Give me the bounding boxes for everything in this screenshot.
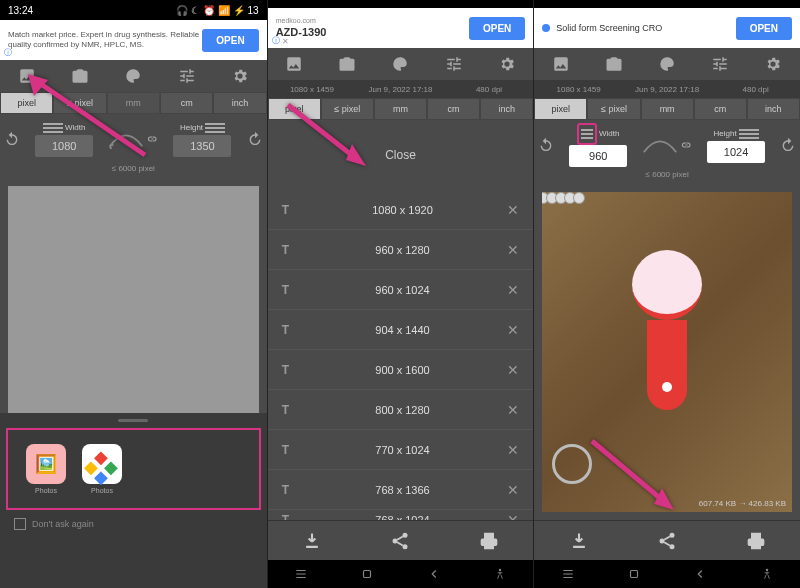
delete-icon[interactable]: ✕	[507, 362, 519, 378]
app-photos-1[interactable]: 🖼️ Photos	[26, 444, 66, 494]
unit-cm[interactable]: cm	[694, 98, 747, 120]
preset-item[interactable]: T960 x 1024✕	[268, 270, 534, 310]
gear-icon[interactable]	[231, 67, 249, 85]
back-icon[interactable]	[693, 567, 707, 581]
print-icon[interactable]	[479, 531, 499, 551]
image-preview[interactable]: 607.74 KB → 426.83 KB	[542, 192, 792, 512]
subject-microphone	[632, 250, 702, 410]
annotation-arrow	[582, 436, 682, 512]
accessibility-icon[interactable]	[760, 567, 774, 581]
delete-icon[interactable]: ✕	[507, 482, 519, 498]
ad-info-icon[interactable]: ⓘ	[4, 47, 12, 58]
ad-open-button[interactable]: OPEN	[469, 17, 525, 40]
home-icon[interactable]	[627, 567, 641, 581]
unit-cm[interactable]: cm	[427, 98, 480, 120]
accessibility-icon[interactable]	[493, 567, 507, 581]
recent-icon[interactable]	[561, 567, 575, 581]
delete-icon[interactable]: ✕	[507, 402, 519, 418]
top-toolbar	[268, 48, 534, 80]
android-nav	[534, 560, 800, 588]
preset-item[interactable]: T800 x 1280✕	[268, 390, 534, 430]
preset-item[interactable]: T904 x 1440✕	[268, 310, 534, 350]
unit-inch[interactable]: inch	[480, 98, 533, 120]
ad-banner[interactable]: Solid form Screening CRO OPEN	[534, 8, 800, 48]
delete-icon[interactable]: ✕	[507, 242, 519, 258]
download-icon[interactable]	[302, 531, 322, 551]
gallery-icon[interactable]	[285, 55, 303, 73]
annotation-arrow	[20, 70, 150, 164]
preset-item[interactable]: T900 x 1600✕	[268, 350, 534, 390]
delete-icon[interactable]: ✕	[507, 512, 519, 521]
unit-mm[interactable]: mm	[641, 98, 694, 120]
recent-icon[interactable]	[294, 567, 308, 581]
palette-icon[interactable]	[391, 55, 409, 73]
unit-inch[interactable]: inch	[747, 98, 800, 120]
undo-icon[interactable]	[4, 131, 20, 147]
sliders-icon[interactable]	[178, 67, 196, 85]
gallery-icon[interactable]	[552, 55, 570, 73]
menu-icon[interactable]	[577, 123, 597, 145]
gear-icon[interactable]	[498, 55, 516, 73]
camera-icon[interactable]	[338, 55, 356, 73]
status-bar	[534, 0, 800, 8]
dont-ask-label: Don't ask again	[32, 519, 94, 529]
unit-lte-pixel[interactable]: ≤ pixel	[587, 98, 640, 120]
share-icon[interactable]	[390, 531, 410, 551]
download-icon[interactable]	[569, 531, 589, 551]
delete-icon[interactable]: ✕	[507, 322, 519, 338]
width-input[interactable]: 960	[569, 145, 627, 167]
redo-icon[interactable]	[247, 131, 263, 147]
menu-icon[interactable]	[739, 127, 759, 141]
info-dpi: 480 dpi	[445, 85, 534, 94]
max-label: ≤ 6000 pixel	[534, 170, 800, 184]
ad-open-button[interactable]: OPEN	[202, 29, 258, 52]
home-icon[interactable]	[360, 567, 374, 581]
unit-cm[interactable]: cm	[160, 92, 213, 114]
ad-banner[interactable]: medkoo.com AZD-1390 OPEN ⓘ ✕	[268, 8, 534, 48]
delete-icon[interactable]: ✕	[507, 202, 519, 218]
delete-icon[interactable]: ✕	[507, 282, 519, 298]
unit-pixel[interactable]: pixel	[534, 98, 587, 120]
camera-icon[interactable]	[605, 55, 623, 73]
swap-icon[interactable]	[642, 135, 678, 155]
app-photos-2[interactable]: ◆ ◆ ◆ ◆ Photos	[82, 444, 122, 494]
bottom-actions	[534, 520, 800, 560]
palette-icon[interactable]	[658, 55, 676, 73]
ad-open-button[interactable]: OPEN	[736, 17, 792, 40]
ad-banner[interactable]: Match market price. Expert in drug synth…	[0, 20, 267, 60]
height-input[interactable]: 1024	[707, 141, 765, 163]
link-icon[interactable]	[680, 139, 692, 151]
sliders-icon[interactable]	[445, 55, 463, 73]
delete-icon[interactable]: ✕	[507, 442, 519, 458]
preset-item[interactable]: T768 x 1024✕	[268, 510, 534, 520]
sliders-icon[interactable]	[711, 55, 729, 73]
preset-item[interactable]: T960 x 1280✕	[268, 230, 534, 270]
print-icon[interactable]	[746, 531, 766, 551]
ad-close-icon[interactable]: ✕	[282, 37, 289, 46]
tag-icon: T	[282, 323, 298, 337]
dont-ask-row[interactable]: Don't ask again	[0, 510, 267, 538]
share-icon[interactable]	[657, 531, 677, 551]
back-icon[interactable]	[427, 567, 441, 581]
preset-item[interactable]: T770 x 1024✕	[268, 430, 534, 470]
preset-item[interactable]: T768 x 1366✕	[268, 470, 534, 510]
unit-inch[interactable]: inch	[213, 92, 266, 114]
ad-text: medkoo.com AZD-1390	[276, 17, 469, 39]
ad-info-icon[interactable]: ⓘ	[272, 35, 280, 46]
undo-icon[interactable]	[538, 137, 554, 153]
svg-marker-3	[346, 144, 366, 166]
unit-mm[interactable]: mm	[374, 98, 427, 120]
menu-icon[interactable]	[205, 121, 225, 135]
svg-point-10	[670, 532, 675, 537]
android-nav	[268, 560, 534, 588]
close-bar[interactable]: Close	[268, 120, 534, 190]
drag-handle[interactable]	[118, 419, 148, 422]
gear-icon[interactable]	[764, 55, 782, 73]
ad-dot-icon	[542, 24, 550, 32]
image-info: 1080 x 1459 Jun 9, 2022 17:18 480 dpi	[534, 80, 800, 98]
svg-rect-13	[630, 571, 637, 578]
redo-icon[interactable]	[780, 137, 796, 153]
checkbox-icon[interactable]	[14, 518, 26, 530]
preset-item[interactable]: T1080 x 1920✕	[268, 190, 534, 230]
height-input[interactable]: 1350	[173, 135, 231, 157]
